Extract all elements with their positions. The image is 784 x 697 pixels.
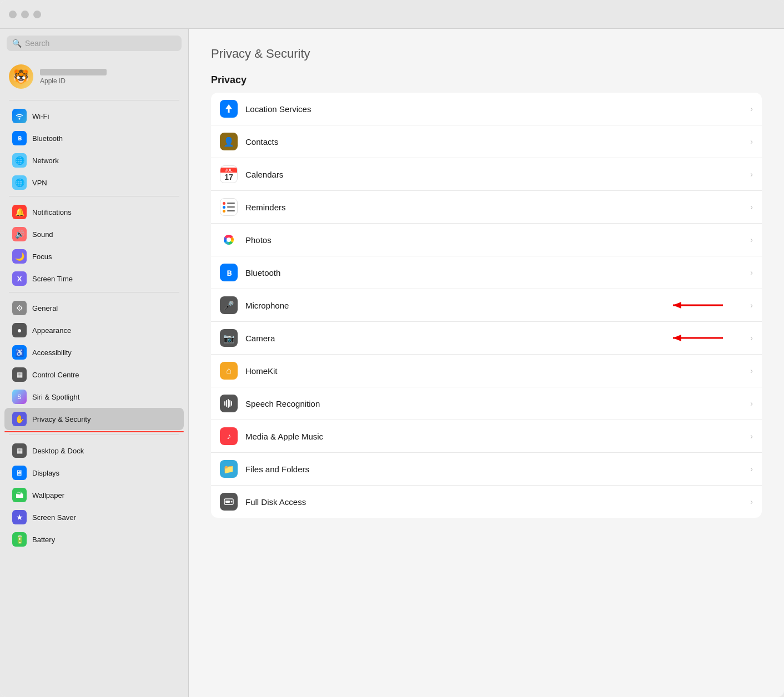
controlcentre-icon: ▦ (12, 367, 27, 382)
microphone-arrow-annotation (662, 299, 728, 312)
sidebar-item-sound[interactable]: 🔊 Sound (4, 223, 184, 245)
chevron-icon: › (750, 464, 753, 473)
camera-icon: 📷 (220, 329, 238, 347)
chevron-icon: › (750, 268, 753, 277)
sidebar-item-controlcentre[interactable]: ▦ Control Centre (4, 363, 184, 386)
divider-3 (9, 292, 179, 292)
close-button[interactable] (9, 11, 17, 18)
divider-2 (9, 196, 179, 196)
sidebar-item-screentime[interactable]: X Screen Time (4, 267, 184, 290)
settings-item-disk[interactable]: Full Disk Access › (211, 486, 762, 518)
music-icon: ♪ (220, 427, 238, 445)
vpn-icon: 🌐 (12, 175, 27, 190)
sidebar-item-privacy[interactable]: ✋ Privacy & Security (4, 408, 184, 430)
sidebar-item-notifications[interactable]: 🔔 Notifications (4, 201, 184, 223)
sidebar-item-battery[interactable]: 🔋 Battery (4, 528, 184, 550)
settings-item-microphone[interactable]: 🎤 Microphone › (211, 289, 762, 322)
sidebar-item-wifi[interactable]: Wi-Fi (4, 105, 184, 127)
sidebar-item-label: Wallpaper (32, 491, 64, 499)
chevron-icon: › (750, 104, 753, 113)
focus-icon: 🌙 (12, 249, 27, 264)
accessibility-icon: ♿ (12, 345, 27, 360)
sidebar-item-wallpaper[interactable]: 🏔 Wallpaper (4, 484, 184, 506)
settings-item-contacts[interactable]: 👤 Contacts › (211, 125, 762, 158)
maximize-button[interactable] (33, 11, 41, 18)
sidebar: 🔍 Search 🐯 Apple ID (0, 29, 189, 697)
settings-item-calendars[interactable]: JUL 17 Calendars › (211, 158, 762, 191)
sidebar-item-label: Wi-Fi (32, 112, 49, 120)
titlebar (0, 0, 784, 29)
svg-marker-2 (673, 302, 681, 309)
sidebar-item-vpn[interactable]: 🌐 VPN (4, 171, 184, 194)
sidebar-item-label: Screen Time (32, 275, 73, 283)
disk-icon (220, 493, 238, 511)
avatar: 🐯 (9, 64, 33, 89)
sidebar-item-label: Accessibility (32, 348, 72, 357)
bluetooth-icon: ʙ (220, 264, 238, 281)
svg-rect-9 (231, 401, 232, 406)
divider-1 (9, 100, 179, 100)
sidebar-item-label: Notifications (32, 208, 72, 216)
sidebar-item-screensaver[interactable]: ★ Screen Saver (4, 506, 184, 528)
svg-point-12 (231, 501, 233, 503)
sidebar-item-general[interactable]: ⚙ General (4, 297, 184, 319)
settings-item-location[interactable]: Location Services › (211, 93, 762, 125)
settings-item-music[interactable]: ♪ Media & Apple Music › (211, 420, 762, 453)
settings-item-reminders[interactable]: Reminders › (211, 191, 762, 224)
settings-item-homekit[interactable]: ⌂ HomeKit › (211, 355, 762, 387)
sidebar-group-network: Wi-Fi ʙ Bluetooth 🌐 Network 🌐 VPN (0, 105, 188, 194)
files-icon: 📁 (220, 460, 238, 478)
screentime-icon: X (12, 271, 27, 286)
sidebar-item-label: Bluetooth (32, 134, 63, 143)
displays-icon: 🖥 (12, 466, 27, 480)
content-area: 🔍 Search 🐯 Apple ID (0, 29, 784, 697)
settings-item-label: Photos (245, 235, 742, 245)
settings-item-bluetooth[interactable]: ʙ Bluetooth › (211, 256, 762, 289)
settings-item-speech[interactable]: Speech Recognition › (211, 387, 762, 420)
sidebar-item-bluetooth[interactable]: ʙ Bluetooth (4, 127, 184, 149)
page-title: Privacy & Security (211, 47, 762, 61)
settings-item-label: Full Disk Access (245, 497, 742, 507)
sidebar-item-label: VPN (32, 179, 47, 187)
main-content: Privacy & Security Privacy Location Serv… (189, 29, 784, 697)
settings-item-camera[interactable]: 📷 Camera › (211, 322, 762, 355)
svg-rect-8 (229, 400, 230, 407)
privacy-icon: ✋ (12, 412, 27, 426)
apple-id-section[interactable]: 🐯 Apple ID (0, 60, 188, 98)
sidebar-item-label: General (32, 304, 58, 312)
microphone-icon: 🎤 (220, 296, 238, 314)
sidebar-item-focus[interactable]: 🌙 Focus (4, 245, 184, 267)
location-icon (220, 100, 238, 118)
settings-item-photos[interactable]: Photos › (211, 224, 762, 256)
search-bar[interactable]: 🔍 Search (7, 36, 182, 51)
battery-icon: 🔋 (12, 532, 27, 547)
apple-id-name (40, 69, 107, 75)
sidebar-item-accessibility[interactable]: ♿ Accessibility (4, 341, 184, 363)
settings-item-label: Bluetooth (245, 268, 742, 277)
settings-item-label: Contacts (245, 137, 742, 147)
chevron-icon: › (750, 399, 753, 408)
sidebar-item-label: Screen Saver (32, 513, 76, 522)
minimize-button[interactable] (21, 11, 29, 18)
settings-item-label: Reminders (245, 203, 742, 212)
siri-icon: S (12, 390, 27, 404)
sidebar-item-displays[interactable]: 🖥 Displays (4, 462, 184, 484)
desktop-icon: ▦ (12, 443, 27, 458)
chevron-icon: › (750, 235, 753, 244)
sidebar-item-network[interactable]: 🌐 Network (4, 149, 184, 171)
sidebar-group-general: ⚙ General ● Appearance ♿ Accessibility ▦… (0, 297, 188, 432)
svg-marker-4 (673, 335, 681, 341)
chevron-icon: › (750, 366, 753, 375)
svg-rect-7 (228, 399, 229, 408)
sidebar-item-desktop[interactable]: ▦ Desktop & Dock (4, 440, 184, 462)
sidebar-item-appearance[interactable]: ● Appearance (4, 319, 184, 341)
homekit-icon: ⌂ (220, 362, 238, 380)
reminders-icon (220, 198, 238, 216)
settings-item-files[interactable]: 📁 Files and Folders › (211, 453, 762, 486)
settings-item-label: Location Services (245, 104, 742, 114)
sidebar-item-siri[interactable]: S Siri & Spotlight (4, 386, 184, 408)
bluetooth-icon: ʙ (12, 131, 27, 145)
chevron-icon: › (750, 497, 753, 506)
photos-icon (220, 231, 238, 249)
settings-item-label: HomeKit (245, 366, 742, 376)
